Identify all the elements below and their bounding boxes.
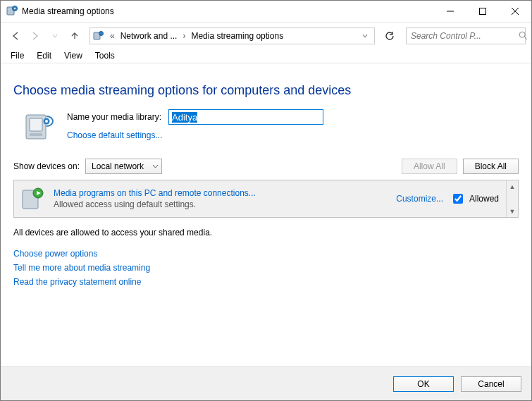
svg-point-14 [45,120,48,123]
allow-all-button[interactable]: Allow All [402,159,457,174]
allowed-text: Allowed [469,194,499,204]
default-settings-link[interactable]: Choose default settings... [67,130,323,140]
device-subtitle: Allowed access using default settings. [54,199,256,209]
chevron-down-icon [152,164,159,170]
status-text: All devices are allowed to access your s… [13,228,519,237]
menubar: File Edit View Tools [1,49,531,63]
content: Choose media streaming options for compu… [1,63,531,366]
svg-rect-15 [30,133,42,136]
media-device-icon [23,109,57,143]
titlebar: Media streaming options [1,1,531,22]
menu-tools[interactable]: Tools [89,49,120,62]
chevron-left-icon: « [107,31,118,41]
address-bar[interactable]: « Network and ... › Media streaming opti… [89,27,375,44]
refresh-button[interactable] [382,28,397,44]
recent-dropdown-button[interactable] [46,27,64,45]
svg-line-10 [524,37,527,39]
svg-point-2 [14,8,16,9]
up-button[interactable] [66,27,84,45]
privacy-statement-link[interactable]: Read the privacy statement online [13,277,519,287]
ok-button[interactable]: OK [393,376,454,392]
allowed-checkbox-label[interactable]: Allowed [450,192,499,206]
page-heading: Choose media streaming options for compu… [13,83,519,98]
scroll-up-icon[interactable]: ▲ [507,180,518,192]
back-button[interactable] [6,27,25,45]
window-title: Media streaming options [22,6,434,16]
allowed-checkbox[interactable] [453,194,463,204]
menu-edit[interactable]: Edit [31,49,57,62]
svg-rect-12 [30,118,42,131]
menu-file[interactable]: File [5,49,30,62]
forward-button[interactable] [26,27,44,45]
nav-toolbar: « Network and ... › Media streaming opti… [1,22,531,49]
customize-link[interactable]: Customize... [396,194,443,204]
svg-point-9 [519,32,525,37]
maximize-button[interactable] [466,1,499,22]
show-devices-select[interactable]: Local network [85,159,162,174]
learn-more-link[interactable]: Tell me more about media streaming [13,263,519,273]
footer: OK Cancel [1,366,531,400]
menu-view[interactable]: View [58,49,88,62]
scroll-down-icon[interactable]: ▼ [507,205,518,217]
library-name-label: Name your media library: [67,112,161,122]
breadcrumb-item[interactable]: Network and ... [120,31,178,41]
minimize-button[interactable] [434,1,466,22]
app-icon [6,6,18,17]
close-button[interactable] [499,1,531,22]
search-input[interactable] [409,30,519,42]
address-dropdown-button[interactable] [357,28,373,44]
device-icon [21,186,47,211]
search-box[interactable] [406,27,526,44]
device-row[interactable]: Media programs on this PC and remote con… [14,180,506,217]
cancel-button[interactable]: Cancel [461,376,521,392]
device-list: Media programs on this PC and remote con… [13,180,519,218]
search-icon[interactable] [519,31,528,40]
power-options-link[interactable]: Choose power options [13,249,519,259]
show-devices-value: Local network [92,161,144,171]
svg-point-8 [99,31,104,35]
library-name-input[interactable] [168,109,323,125]
address-icon [93,30,104,42]
svg-rect-4 [480,8,486,15]
block-all-button[interactable]: Block All [463,159,519,174]
device-title-link[interactable]: Media programs on this PC and remote con… [54,188,256,198]
scrollbar[interactable]: ▲ ▼ [506,180,518,217]
chevron-right-icon[interactable]: › [180,31,188,41]
breadcrumb-item[interactable]: Media streaming options [191,31,283,41]
show-devices-label: Show devices on: [13,161,80,171]
